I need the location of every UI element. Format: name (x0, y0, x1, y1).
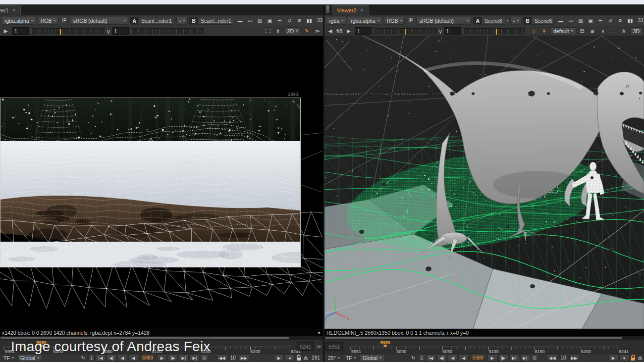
fstop-step-icon[interactable]: ▶ (1, 27, 10, 35)
frame-increment-field[interactable]: 1 (88, 355, 95, 362)
gamma-input[interactable]: 1 (444, 27, 461, 35)
play-forward-button[interactable]: ▶ (487, 355, 497, 362)
pause-icon[interactable]: ▮▮ (305, 17, 314, 25)
tab-viewer1[interactable]: ver1 ✕ (0, 5, 21, 15)
playback-loop-icon[interactable]: ↻ (409, 354, 418, 362)
prev-keyframe-button[interactable]: ◀| (107, 355, 116, 362)
gain-slider[interactable] (31, 28, 105, 34)
input-process-button[interactable]: IP (406, 17, 415, 25)
current-frame-field[interactable]: 5989 (470, 355, 486, 362)
colorspace-dropdown[interactable]: sRGB (default)▾ (70, 17, 128, 25)
gamma-slider[interactable] (463, 28, 525, 34)
collapse-chevrons-icon[interactable]: ≫ (317, 344, 322, 349)
pause-icon[interactable]: ▮▮ (626, 17, 634, 25)
record-button[interactable]: ● (285, 355, 295, 362)
curve-icon[interactable]: ∧ (599, 27, 607, 35)
frame-stamp-icon[interactable] (637, 355, 643, 361)
frame-increment-field[interactable]: 1 (419, 355, 425, 362)
jump-back-button[interactable]: ◀◀ (547, 355, 557, 362)
playback-loop-icon[interactable]: ↻ (79, 354, 87, 362)
ocio-display-dropdown[interactable]: default▾ (550, 27, 576, 35)
fstop-up-icon[interactable]: ▶ (344, 27, 353, 35)
step-back-button[interactable]: ◀ (117, 355, 127, 362)
marquee-icon[interactable] (264, 27, 272, 35)
record-button[interactable]: ● (619, 355, 629, 362)
downrez-icon[interactable]: ▨ (256, 17, 264, 25)
b-input-selector[interactable]: BScanl...nder1 (189, 17, 234, 25)
step-back-button[interactable]: ◀ (448, 355, 458, 362)
status-dropdown-icon[interactable]: ▼ (317, 331, 321, 335)
grid-hash-icon[interactable]: # (540, 27, 548, 35)
play-backward-button[interactable]: ◀ (128, 355, 138, 362)
viewer2-hscrollbar[interactable] (324, 336, 644, 340)
update-icon[interactable]: ↺ (606, 17, 614, 25)
scene-light-icon[interactable]: ☼ (530, 27, 538, 35)
jump-forward-button[interactable]: ▶▶ (239, 355, 249, 362)
view-mode-dropdown[interactable]: 3D (630, 27, 643, 35)
jump-size-field[interactable]: 10 (558, 355, 568, 362)
jump-size-field[interactable]: 10 (228, 355, 238, 362)
b-input-selector[interactable]: BScene6 (523, 17, 555, 25)
marquee-icon[interactable] (609, 27, 618, 35)
ab-blend-dropdown[interactable]: -▾ (176, 17, 188, 25)
settings-gear-icon[interactable]: ⚙ (616, 17, 624, 25)
a-input-selector[interactable]: AScanl...nder1 (130, 17, 174, 25)
go-to-end-button[interactable]: ▶| (520, 355, 530, 362)
display-channel-dropdown[interactable]: RGB▾ (384, 17, 405, 25)
timeline-end-frame-field[interactable]: 6241 (297, 342, 314, 351)
view-mode-dropdown[interactable]: 2D▾ (284, 27, 301, 35)
close-icon[interactable]: ✕ (360, 8, 364, 13)
stack-icon[interactable]: ☰ (275, 17, 284, 25)
flipbook-play-button[interactable]: ▶ (274, 355, 284, 362)
step-forward-button[interactable]: |▶ (498, 355, 508, 362)
flipbook-play-button[interactable]: ▶ (608, 355, 618, 362)
close-icon[interactable]: ✕ (12, 8, 16, 13)
wipe-icon[interactable]: ▣ (266, 17, 274, 25)
wipe-icon[interactable]: ▣ (586, 17, 594, 25)
gain-slider[interactable] (374, 28, 437, 34)
collapse-chevrons-icon[interactable]: ≫ (313, 27, 322, 35)
tab-viewer2[interactable]: Viewer2 ✕ (332, 5, 369, 15)
timeline-mode-dropdown[interactable]: TF▾ (343, 354, 359, 362)
timeline-mode-dropdown[interactable]: TF▾ (1, 354, 16, 362)
proxy-mode-icon[interactable]: ▬ (556, 17, 565, 25)
viewer1-timeline[interactable]: 59516000605061006150620062415989 6241 ≫ … (0, 340, 323, 353)
ab-blend-dropdown[interactable]: -▾ (510, 17, 522, 25)
lock-range-icon[interactable] (630, 355, 636, 361)
layer-dropdown[interactable]: rgba▾ (326, 17, 346, 25)
viewer1-viewport[interactable]: 2690, (0, 36, 323, 329)
frame-range-dropdown[interactable]: Global▾ (360, 354, 384, 362)
format-icon[interactable]: ▭ (566, 17, 575, 25)
go-to-start-button[interactable]: |◀ (96, 355, 106, 362)
jump-back-button[interactable]: ◀◀ (217, 355, 227, 362)
go-to-start-button[interactable]: |◀ (426, 355, 436, 362)
jump-forward-button[interactable]: ▶▶ (569, 355, 580, 362)
zoom-level[interactable]: 33.3% (315, 17, 323, 24)
step-forward-button[interactable]: |▶ (168, 355, 178, 362)
next-keyframe-button[interactable]: ▶| (179, 355, 189, 362)
roi-node-icon[interactable]: ⋔ (620, 27, 628, 35)
loop-mode-button[interactable]: O (201, 355, 208, 362)
settings-gear-icon[interactable]: ⚙ (295, 17, 304, 25)
frame-range-dropdown[interactable]: Global▾ (17, 354, 42, 362)
loop-mode-button[interactable]: O (531, 355, 538, 362)
go-to-end-button[interactable]: ▶| (190, 355, 200, 362)
format-icon[interactable]: ▭ (246, 17, 254, 25)
proxy-mode-icon[interactable]: ▬ (236, 17, 244, 25)
input-process-button[interactable]: IP (60, 17, 68, 25)
next-keyframe-button[interactable]: ▶| (509, 355, 519, 362)
downrez-icon[interactable]: ▨ (576, 17, 585, 25)
display-channel-dropdown[interactable]: RGB▾ (38, 17, 59, 25)
annotate-pencil-icon[interactable]: ✎ (303, 27, 311, 35)
fps-dropdown[interactable]: 25*▾ (325, 354, 342, 362)
fstop-down-icon[interactable]: ◀ (326, 27, 334, 35)
viewer2-viewport[interactable]: YXZ (324, 36, 644, 329)
channels-dropdown[interactable]: rgba.alpha▾ (348, 17, 382, 25)
frame-stamp-icon[interactable] (303, 355, 309, 361)
channels-dropdown[interactable]: rgba.alpha▾ (1, 17, 36, 25)
roi-node-icon[interactable]: ⋔ (274, 27, 282, 35)
stack-icon[interactable]: ☰ (596, 17, 604, 25)
gain-input[interactable]: 1 (355, 27, 372, 35)
channel-sliders-icon[interactable]: ≣ (589, 27, 597, 35)
zoom-level[interactable]: 33.3% (636, 17, 644, 24)
